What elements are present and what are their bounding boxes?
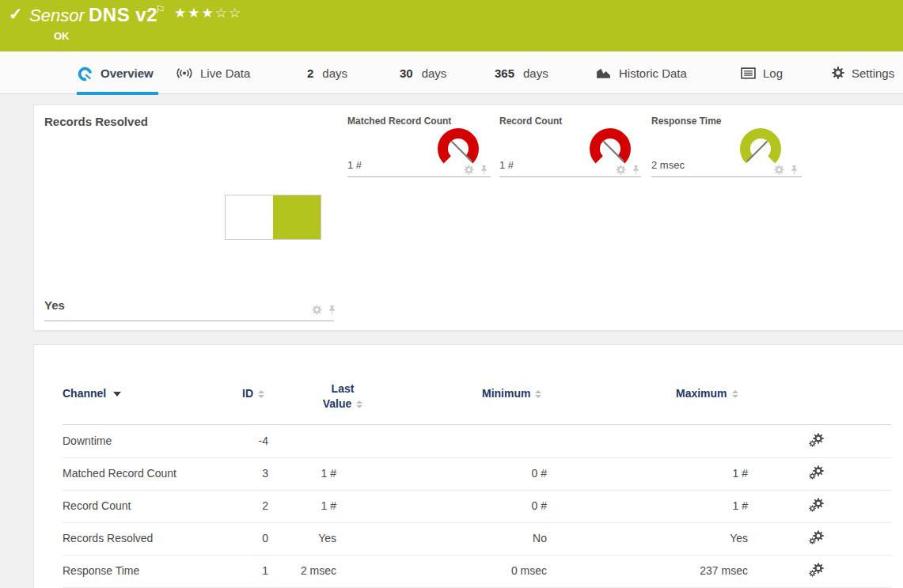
gauge-value-response-time: 2 msec — [651, 159, 685, 171]
tile-separator — [499, 176, 641, 177]
gauge-title-record-count: Record Count — [499, 116, 562, 127]
tile-separator — [347, 176, 491, 177]
tab-2-days-number: 2 — [307, 66, 313, 80]
tile-actions — [774, 165, 799, 175]
object-type-label: Sensor — [29, 6, 85, 26]
channel-settings-gears-icon[interactable] — [813, 530, 824, 541]
tab-2-days-label: days — [322, 66, 347, 80]
tile-actions — [616, 165, 641, 175]
tab-overview-label: Overview — [101, 66, 154, 80]
tile-actions — [464, 165, 489, 175]
area-chart-icon — [595, 66, 612, 80]
sensor-name: DNS v2 — [89, 4, 157, 26]
tile-pin-icon[interactable] — [327, 305, 337, 315]
table-row-record-count: Record Count 2 1 # 0 # 1 # — [63, 490, 891, 523]
tab-365-days-label: days — [523, 66, 548, 80]
column-header-minimum[interactable]: Minimum — [482, 387, 541, 400]
column-header-channel-label: Channel — [63, 387, 106, 400]
tab-bar: Overview Live Data 2 days 30 days 365 da… — [0, 51, 903, 94]
stars-filled[interactable]: ★★★ — [174, 6, 215, 21]
tab-historic-data[interactable]: Historic Data — [595, 51, 687, 94]
cell-channel: Downtime — [63, 434, 112, 447]
log-list-icon — [741, 67, 756, 79]
tab-30-days[interactable]: 30 days — [400, 51, 446, 94]
column-header-maximum-label: Maximum — [676, 387, 727, 400]
gauge-value-matched-record-count: 1 # — [347, 159, 362, 171]
cell-last-value: 2 msec — [273, 564, 336, 577]
cell-minimum: No — [389, 532, 547, 544]
sensor-status-text: OK — [54, 30, 70, 42]
records-resolved-indicator — [225, 195, 321, 240]
tile-separator — [44, 321, 334, 321]
cell-id: 3 — [205, 467, 268, 480]
channel-settings-gears-icon[interactable] — [813, 563, 824, 574]
stars-empty[interactable]: ☆☆ — [215, 6, 242, 21]
column-header-channel[interactable]: Channel — [63, 387, 121, 400]
cell-id: 2 — [205, 499, 268, 512]
sort-icon — [732, 390, 738, 398]
tile-separator — [651, 176, 802, 177]
tab-log-label: Log — [763, 66, 783, 80]
cell-id: 1 — [205, 564, 268, 577]
cell-maximum: Yes — [590, 532, 748, 544]
column-header-id[interactable]: ID — [242, 387, 264, 400]
cell-channel: Record Count — [63, 499, 131, 512]
column-header-maximum[interactable]: Maximum — [676, 387, 738, 400]
gauge-icon — [77, 65, 93, 82]
channel-settings-gears-icon[interactable] — [813, 465, 824, 476]
cell-maximum: 237 msec — [590, 564, 748, 577]
channel-settings-gears-icon[interactable] — [813, 433, 824, 444]
tile-actions — [312, 305, 337, 315]
records-resolved-value: Yes — [44, 298, 65, 312]
column-header-last-label: Last — [332, 382, 355, 395]
tab-30-days-label: days — [422, 66, 447, 80]
cell-channel: Response Time — [63, 564, 139, 577]
tab-settings[interactable]: Settings — [832, 51, 894, 94]
tile-gear-icon[interactable] — [616, 165, 626, 175]
table-row-records-resolved: Records Resolved 0 Yes No Yes — [63, 522, 891, 556]
tab-log[interactable]: Log — [741, 51, 783, 94]
gauge-value-record-count: 1 # — [499, 159, 514, 171]
tile-pin-icon[interactable] — [789, 165, 799, 175]
sort-icon — [258, 390, 264, 398]
tile-gear-icon[interactable] — [312, 305, 322, 315]
priority-stars[interactable]: ★★★☆☆ — [174, 5, 242, 21]
cell-last-value: 1 # — [273, 467, 336, 480]
cell-channel: Records Resolved — [63, 532, 153, 544]
live-data-icon — [176, 67, 193, 79]
channel-table-panel: Channel ID Last Value Minimum Maximum Do… — [33, 344, 903, 588]
tab-365-days[interactable]: 365 days — [495, 51, 548, 94]
tile-gear-icon[interactable] — [774, 165, 784, 175]
cell-last-value: Yes — [273, 532, 336, 544]
records-resolved-tile-title: Records Resolved — [44, 115, 148, 128]
cell-maximum: 1 # — [590, 467, 748, 480]
cell-last-value: 1 # — [273, 499, 336, 512]
tile-pin-icon[interactable] — [479, 165, 489, 175]
tab-365-days-number: 365 — [495, 66, 514, 80]
channel-settings-gears-icon[interactable] — [813, 498, 824, 509]
cell-minimum: 0 msec — [389, 564, 547, 577]
flag-icon[interactable]: ⚐ — [155, 3, 165, 16]
cell-minimum: 0 # — [389, 467, 547, 480]
tab-live-data-label: Live Data — [200, 66, 250, 80]
overview-panel: Records Resolved Yes Matched Record Coun… — [33, 104, 903, 331]
column-header-last-value[interactable]: Last Value — [307, 381, 378, 412]
tab-overview[interactable]: Overview — [77, 51, 154, 94]
tab-settings-label: Settings — [852, 66, 894, 80]
tile-gear-icon[interactable] — [464, 165, 474, 175]
tile-pin-icon[interactable] — [631, 165, 641, 175]
table-row-response-time: Response Time 1 2 msec 0 msec 237 msec — [63, 555, 891, 588]
cell-channel: Matched Record Count — [63, 467, 176, 480]
tab-historic-data-label: Historic Data — [619, 66, 687, 80]
column-header-minimum-label: Minimum — [482, 387, 530, 400]
sensor-status-bar: ✓ Sensor DNS v2 ⚐ ★★★☆☆ OK — [0, 0, 903, 51]
status-ok-check-icon: ✓ — [9, 5, 23, 24]
sort-icon — [535, 390, 541, 398]
column-header-value-label: Value — [323, 397, 352, 410]
cell-minimum: 0 # — [389, 499, 547, 512]
column-header-id-label: ID — [242, 387, 253, 400]
tab-live-data[interactable]: Live Data — [176, 51, 250, 94]
gauge-title-response-time: Response Time — [651, 116, 721, 127]
tab-2-days[interactable]: 2 days — [307, 51, 347, 94]
cell-id: -4 — [205, 434, 268, 447]
